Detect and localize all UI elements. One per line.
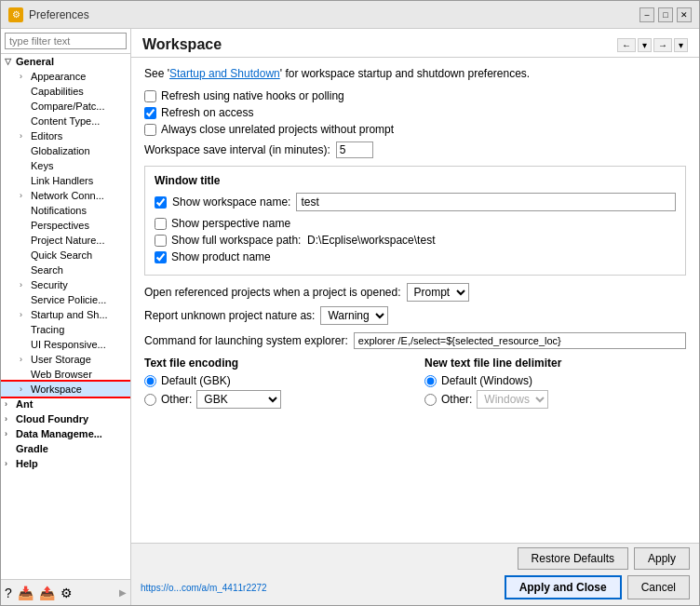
sidebar-item-label: Compare/Patc... [31,101,104,112]
show-product-row: Show product name [155,250,676,263]
command-label: Command for launching system explorer: [144,334,348,347]
status-link[interactable]: https://o...com/a/m_4411r2272 [141,583,267,593]
expand-icon: › [20,310,29,319]
text-encoding-col: Text file encoding Default (GBK) Other: … [144,357,406,411]
minimize-button[interactable]: – [639,7,654,22]
delimiter-other-radio[interactable] [424,394,437,406]
sidebar-item-gradle[interactable]: Gradle [1,441,130,456]
sidebar-item-uiresponsive[interactable]: UI Responsive... [1,337,130,352]
window-title-section: Window title Show workspace name: Show p… [144,166,686,276]
line-delimiter-col: New text file line delimiter Default (Wi… [424,357,686,411]
sidebar-item-label: User Storage [31,354,91,365]
nav-back-button[interactable]: ← [617,38,636,52]
sidebar-bottom: ? 📥 📤 ⚙ ▶ [1,579,130,605]
sidebar-item-capabilities[interactable]: Capabilities [1,84,130,99]
nav-dropdown-button[interactable]: ▾ [638,38,652,52]
encoding-other-select[interactable]: GBK UTF-8 ISO-8859-1 [196,390,281,409]
show-perspective-label: Show perspective name [171,217,290,230]
sidebar-item-notifications[interactable]: Notifications [1,203,130,218]
sidebar-item-appearance[interactable]: › Appearance [1,69,130,84]
show-full-path-checkbox[interactable] [155,235,167,247]
sidebar-item-label: Tracing [31,324,64,335]
show-workspace-checkbox[interactable] [155,196,167,209]
sidebar-item-projectnature[interactable]: Project Nature... [1,233,130,248]
sidebar-item-search[interactable]: Search [1,263,130,277]
sidebar-item-general[interactable]: ▽ General [1,54,130,69]
delimiter-other-select[interactable]: Windows Unix Mac [477,390,548,409]
sidebar-item-quicksearch[interactable]: Quick Search [1,248,130,263]
sidebar-item-startupshutdown[interactable]: › Startup and Sh... [1,307,130,322]
report-unknown-select[interactable]: Warning Error Info Ignore [320,306,388,325]
sidebar-item-contenttype[interactable]: Content Type... [1,114,130,128]
tree: ▽ General › Appearance Capabilities Comp… [1,54,130,579]
panel-header: Workspace ← ▾ → ▾ [131,29,699,58]
scroll-right-icon[interactable]: ▶ [119,587,127,598]
sidebar-item-perspectives[interactable]: Perspectives [1,218,130,233]
delimiter-default-radio[interactable] [424,375,437,387]
expand-icon: › [20,72,29,81]
sidebar-item-security[interactable]: › Security [1,277,130,292]
encoding-delimiter-section: Text file encoding Default (GBK) Other: … [144,357,686,411]
settings-icon[interactable]: ⚙ [61,586,73,600]
sidebar-item-label: Link Handlers [31,175,93,186]
sidebar-item-tracing[interactable]: Tracing [1,322,130,337]
close-projects-checkbox[interactable] [144,124,156,136]
apply-and-close-button[interactable]: Apply and Close [505,575,622,599]
sidebar-item-label: Cloud Foundry [16,413,88,424]
encoding-default-radio[interactable] [144,375,156,387]
open-referenced-select[interactable]: Prompt Always Never [407,283,469,302]
import-icon[interactable]: 📥 [18,586,34,600]
sidebar-item-datamanagement[interactable]: › Data Manageme... [1,426,130,441]
apply-button[interactable]: Apply [634,547,690,570]
save-interval-row: Workspace save interval (in minutes): [144,141,686,158]
encoding-other-row: Other: GBK UTF-8 ISO-8859-1 [144,390,406,409]
command-input[interactable] [354,332,686,349]
workspace-name-input[interactable] [296,193,676,211]
sidebar-item-userstorage[interactable]: › User Storage [1,352,130,367]
sidebar-item-label: Security [31,279,68,290]
open-referenced-label: Open referenced projects when a project … [144,286,401,299]
sidebar-item-editors[interactable]: › Editors [1,128,130,143]
sidebar-item-ant[interactable]: › Ant [1,397,130,411]
sidebar-item-workspace[interactable]: › Workspace [1,382,130,397]
sidebar-item-label: Appearance [31,71,86,82]
sidebar-item-networkconn[interactable]: › Network Conn... [1,188,130,203]
main-content: ▽ General › Appearance Capabilities Comp… [1,29,699,605]
restore-defaults-button[interactable]: Restore Defaults [518,547,628,570]
sidebar-item-compare[interactable]: Compare/Patc... [1,99,130,114]
sidebar-item-keys[interactable]: Keys [1,158,130,173]
help-icon[interactable]: ? [5,586,12,600]
refresh-native-checkbox[interactable] [144,90,156,102]
title-bar: ⚙ Preferences – □ ✕ [1,1,699,29]
sidebar-item-globalization[interactable]: Globalization [1,143,130,158]
export-icon[interactable]: 📤 [39,586,55,600]
cancel-button[interactable]: Cancel [627,575,690,599]
sidebar-item-label: Content Type... [31,115,100,127]
window-title: Preferences [29,8,89,21]
show-product-checkbox[interactable] [155,251,167,263]
sidebar-item-servicepolicies[interactable]: Service Policie... [1,292,130,307]
sidebar: ▽ General › Appearance Capabilities Comp… [1,29,131,605]
refresh-native-label: Refresh using native hooks or polling [161,89,344,102]
save-interval-label: Workspace save interval (in minutes): [144,143,330,156]
sidebar-item-webbrowser[interactable]: Web Browser [1,367,130,382]
encoding-other-radio[interactable] [144,394,156,406]
show-perspective-checkbox[interactable] [155,218,167,230]
startup-prefix: See ' [144,67,169,80]
text-encoding-title: Text file encoding [144,357,406,370]
search-input[interactable] [5,33,127,49]
sidebar-item-cloudfoundry[interactable]: › Cloud Foundry [1,411,130,426]
save-interval-input[interactable] [336,141,373,158]
close-projects-row: Always close unrelated projects without … [144,123,686,136]
sidebar-item-help[interactable]: › Help [1,456,130,471]
maximize-button[interactable]: □ [658,7,673,22]
startup-shutdown-link[interactable]: Startup and Shutdown [169,67,280,80]
nav-forward-dropdown-button[interactable]: ▾ [674,38,688,52]
close-button[interactable]: ✕ [677,7,692,22]
sidebar-item-label: Data Manageme... [16,428,102,439]
sidebar-item-linkhandlers[interactable]: Link Handlers [1,173,130,188]
sidebar-item-label: Help [16,458,38,469]
refresh-access-checkbox[interactable] [144,107,156,119]
nav-forward-button[interactable]: → [653,38,672,52]
title-bar-left: ⚙ Preferences [8,7,89,22]
